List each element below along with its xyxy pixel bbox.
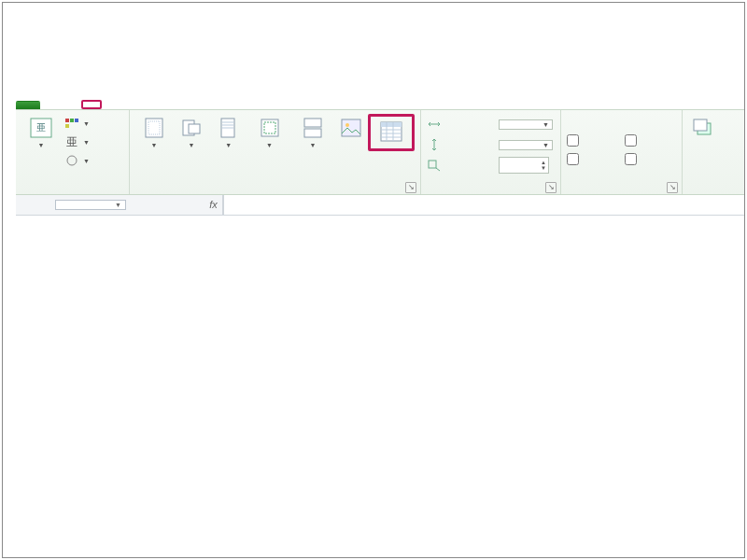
gridlines-view-checkbox[interactable] [567, 131, 619, 149]
tab-file[interactable] [16, 101, 40, 109]
ribbon-tabs [16, 87, 744, 109]
chevron-down-icon: ▼ [38, 142, 45, 148]
breaks-button[interactable]: ▼ [291, 114, 334, 150]
gridlines-print-checkbox[interactable] [567, 149, 619, 168]
orientation-icon [178, 116, 204, 140]
print-titles-button[interactable] [372, 118, 411, 147]
background-icon [338, 116, 364, 140]
tab-page-layout[interactable] [81, 100, 102, 109]
svg-text:亜: 亜 [66, 135, 78, 148]
formula-input[interactable] [223, 195, 744, 215]
height-icon [427, 138, 442, 151]
chevron-down-icon: ▼ [188, 142, 194, 148]
tab-home[interactable] [40, 101, 61, 109]
svg-rect-17 [342, 119, 360, 136]
headings-print-checkbox[interactable] [625, 149, 677, 168]
group-sheet-options: ↘ [561, 110, 683, 194]
scale-spinner[interactable]: ▲▼ [499, 157, 549, 174]
group-arrange [683, 110, 724, 194]
svg-text:亜: 亜 [36, 122, 46, 133]
formula-bar: ▼ fx [16, 195, 744, 216]
size-button[interactable]: ▼ [210, 114, 247, 150]
group-scale: ▼ ▼ ▲▼ ↘ [421, 110, 561, 194]
group-themes: 亜 ▼ ▼ 亜 ▼ ▼ [16, 110, 130, 194]
svg-point-7 [67, 156, 77, 165]
svg-rect-2 [65, 119, 69, 122]
svg-point-18 [345, 123, 349, 127]
svg-rect-15 [304, 119, 321, 127]
fx-icon[interactable]: fx [204, 195, 223, 215]
name-box[interactable]: ▼ [55, 200, 126, 210]
svg-rect-21 [429, 161, 436, 168]
svg-rect-20 [381, 122, 402, 127]
chevron-down-icon: ▼ [150, 142, 157, 148]
breaks-icon [300, 116, 326, 140]
svg-rect-5 [65, 124, 69, 128]
sheet-options-launcher[interactable]: ↘ [667, 182, 678, 193]
svg-rect-16 [304, 129, 321, 137]
scale-height-combo[interactable]: ▼ [499, 140, 553, 150]
tab-developer[interactable] [184, 101, 204, 109]
themes-button[interactable]: 亜 ▼ [21, 114, 61, 150]
orientation-button[interactable]: ▼ [173, 114, 210, 150]
tab-formulas[interactable] [102, 101, 122, 109]
chevron-down-icon: ▼ [543, 121, 549, 128]
print-titles-icon [378, 119, 404, 144]
svg-rect-11 [189, 124, 200, 133]
print-area-button[interactable]: ▼ [247, 114, 291, 150]
fonts-icon: 亜 [64, 134, 79, 149]
tab-data[interactable] [122, 101, 143, 109]
margins-button[interactable]: ▼ [135, 114, 173, 150]
print-area-icon [257, 116, 283, 140]
theme-fonts-button[interactable]: 亜 ▼ [63, 133, 92, 151]
page-setup-launcher[interactable]: ↘ [405, 182, 416, 193]
ribbon: 亜 ▼ ▼ 亜 ▼ ▼ [16, 109, 744, 195]
colors-icon [64, 116, 79, 131]
chevron-down-icon: ▼ [83, 120, 90, 127]
bring-forward-icon [690, 116, 716, 140]
scale-launcher[interactable]: ↘ [545, 182, 557, 193]
chevron-down-icon: ▼ [225, 142, 232, 148]
tab-insert[interactable] [61, 101, 81, 109]
svg-rect-23 [694, 119, 707, 131]
print-titles-highlight [368, 114, 415, 151]
chevron-down-icon: ▼ [83, 139, 90, 146]
headings-heading [625, 114, 677, 131]
svg-rect-4 [75, 119, 78, 122]
size-icon [216, 116, 242, 140]
tab-review[interactable] [143, 101, 163, 109]
theme-effects-button[interactable]: ▼ [63, 151, 92, 170]
chevron-down-icon: ▼ [266, 142, 273, 148]
bring-forward-button[interactable] [688, 114, 718, 144]
chevron-down-icon: ▼ [310, 142, 317, 148]
width-icon [427, 118, 442, 131]
scale-icon [427, 159, 442, 172]
group-page-setup: ▼ ▼ ▼ ▼ ▼ [130, 110, 421, 194]
themes-icon: 亜 [28, 116, 54, 140]
theme-colors-button[interactable]: ▼ [63, 114, 92, 133]
chevron-down-icon: ▼ [83, 158, 90, 164]
gridlines-heading [567, 114, 619, 131]
svg-rect-3 [70, 119, 74, 122]
background-button[interactable] [334, 114, 368, 144]
effects-icon [64, 153, 79, 168]
scale-width-combo[interactable]: ▼ [499, 119, 553, 130]
margins-icon [141, 116, 167, 140]
chevron-down-icon: ▼ [115, 202, 121, 208]
chevron-down-icon: ▼ [543, 142, 549, 148]
tab-view[interactable] [163, 101, 184, 109]
headings-view-checkbox[interactable] [625, 131, 677, 149]
